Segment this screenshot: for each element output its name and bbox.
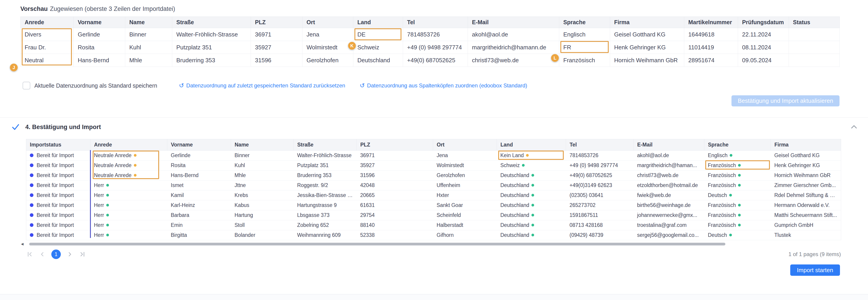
cell-strasse: Walter-Fröhlich-Strasse — [293, 151, 357, 161]
cell-vorname: Birgitta — [167, 230, 231, 240]
preview-row: DiversGerlindeBinnerWalter-Fröhlich-Stra… — [21, 28, 840, 41]
cell-importstatus: Bereit für Import — [26, 181, 90, 190]
reset-mapping-label: Datenzuordnung auf zuletzt gespeicherten… — [186, 82, 345, 89]
cell-plz: 20665 — [357, 190, 433, 200]
cell-firma: Hermann Oderwald e.V. — [771, 200, 841, 210]
cell-land: Deutschland — [497, 190, 566, 200]
cell-sprache: Französisch — [704, 170, 771, 181]
valid-dot — [106, 224, 109, 226]
preview-cell — [789, 41, 840, 54]
cell-vorname: Gerlinde — [167, 151, 231, 161]
cell-strasse: Lbsgasse 373 — [293, 210, 357, 220]
prev-page-button[interactable] — [39, 250, 46, 258]
valid-dot — [531, 204, 534, 207]
preview-cell: 11014419 — [684, 41, 738, 54]
preview-cell: +49(0) 687052625 — [403, 54, 468, 67]
cell-sprache: Französisch — [704, 220, 771, 230]
reset-mapping-link[interactable]: ↺ Datenzuordnung auf zuletzt gespeichert… — [179, 82, 345, 89]
cell-plz: 52338 — [357, 230, 433, 240]
cell-land: Kein Land — [497, 151, 566, 161]
warning-dot — [526, 154, 529, 157]
preview-column-header: PLZ — [251, 17, 303, 28]
confirmation-row: Bereit für ImportHerrIsmetJttneRoggestr.… — [26, 181, 841, 190]
cell-name: Binner — [231, 151, 293, 161]
update-confirmation-button[interactable]: Bestätigung und Import aktualisieren — [732, 95, 839, 106]
save-default-checkbox[interactable] — [23, 82, 30, 89]
preview-title: VorschauZugewiesen (oberste 3 Zeilen der… — [20, 5, 839, 12]
cell-anrede: Neutrale Anrede — [90, 151, 167, 161]
preview-cell: Henk Gehringer KG — [610, 41, 684, 54]
preview-cell: FR — [559, 41, 610, 54]
scrollbar-thumb[interactable] — [29, 243, 725, 245]
start-import-button[interactable]: Import starten — [790, 265, 840, 276]
step-complete-check-icon — [12, 123, 20, 131]
confirmation-column-header: E-Mail — [633, 139, 704, 151]
confirmation-column-header: Tel — [566, 139, 633, 151]
confirmation-table-zone: ImportstatusAnredeVornameNameStraßePLZOr… — [26, 139, 841, 240]
preview-cell: DE — [353, 28, 403, 41]
valid-dot — [738, 224, 741, 226]
preview-header-row: AnredeVornameNameStraßePLZOrtLandTelE-Ma… — [21, 17, 840, 28]
confirmation-row: Bereit für ImportHerrKamilKrebsJessika-B… — [26, 190, 841, 200]
cell-importstatus: Bereit für Import — [26, 170, 90, 181]
cell-firma: Zimmer Gierschner Gmb... — [771, 181, 841, 190]
cell-strasse: Bruderring 353 — [293, 170, 357, 181]
confirmation-section-header[interactable]: 4. Bestätigung und Import — [0, 118, 868, 136]
preview-cell: Hans-Bernd — [74, 54, 125, 67]
confirmation-row: Bereit für ImportNeutrale AnredeHans-Ber… — [26, 170, 841, 181]
cell-strasse: Roggestr. 9/2 — [293, 181, 357, 190]
preview-cell: 28951674 — [684, 54, 738, 67]
first-page-button[interactable] — [26, 250, 34, 258]
last-page-button[interactable] — [79, 250, 86, 258]
pagination-bar: 1 1 of 1 pages (9 items) — [26, 249, 841, 259]
cell-land: Deutschland — [497, 220, 566, 230]
cell-firma: Geisel Gotthard KG — [771, 151, 841, 161]
import-button-row: Import starten — [26, 265, 840, 276]
confirmation-row: Bereit für ImportHerrBirgittaBolanderWei… — [26, 230, 841, 240]
update-button-row: Bestätigung und Import aktualisieren — [20, 95, 839, 106]
undo-icon: ↺ — [360, 83, 365, 89]
cell-ort: Wolmirstedt — [433, 161, 497, 170]
next-page-button[interactable] — [66, 250, 73, 258]
map-from-headers-link[interactable]: ↺ Datenzuordnung aus Spaltenköpfen zuord… — [360, 82, 527, 89]
preview-cell: Französisch — [559, 54, 610, 67]
cell-land: Deutschland — [497, 200, 566, 210]
valid-dot — [531, 214, 534, 216]
valid-dot — [738, 174, 741, 176]
import-status-dot — [30, 233, 33, 237]
preview-cell: 7814853726 — [403, 28, 468, 41]
cell-strasse: Zobelring 652 — [293, 220, 357, 230]
cell-sprache: Französisch — [704, 210, 771, 220]
preview-cell: christl73@web.de — [468, 54, 559, 67]
cell-plz: 29754 — [357, 210, 433, 220]
cell-name: Bolander — [231, 230, 293, 240]
annotation-badge-j: J — [10, 64, 18, 71]
collapse-chevron-icon[interactable] — [850, 123, 858, 131]
preview-column-header: Martikelnummer — [684, 17, 738, 28]
preview-cell: 35927 — [251, 41, 303, 54]
cell-land: Schweiz — [497, 161, 566, 170]
import-status-dot — [30, 163, 33, 167]
preview-cell: Gerlinde — [74, 28, 125, 41]
mapping-options-row: Aktuelle Datenzuordnung als Standard spe… — [20, 82, 839, 89]
preview-cell — [789, 28, 840, 41]
preview-cell: Mhle — [125, 54, 172, 67]
cell-vorname: Karl-Heinz — [167, 200, 231, 210]
cell-sprache: Deutsch — [704, 190, 771, 200]
scroll-left-arrow-icon[interactable]: ◄ — [20, 242, 24, 247]
preview-column-header: Vorname — [74, 17, 125, 28]
cell-firma: Rdel Dehmel Stiftung & C... — [771, 190, 841, 200]
preview-cell: margritheidrich@hamann.de — [468, 41, 559, 54]
cell-anrede: Herr — [90, 220, 167, 230]
annotation-badge-l: L — [551, 54, 559, 62]
confirmation-row: Bereit für ImportNeutrale AnredeRositaKu… — [26, 161, 841, 170]
cell-vorname: Hans-Bernd — [167, 170, 231, 181]
page-footer-strip — [0, 294, 868, 300]
cell-firma: Gumprich GmbH — [771, 220, 841, 230]
valid-dot — [531, 194, 534, 196]
confirmation-column-header: PLZ — [357, 139, 433, 151]
current-page-button[interactable]: 1 — [51, 249, 61, 259]
valid-dot — [106, 234, 109, 236]
map-from-headers-label: Datenzuordnung aus Spaltenköpfen zuordne… — [367, 82, 527, 89]
cell-email: akohl@aol.de — [633, 151, 704, 161]
